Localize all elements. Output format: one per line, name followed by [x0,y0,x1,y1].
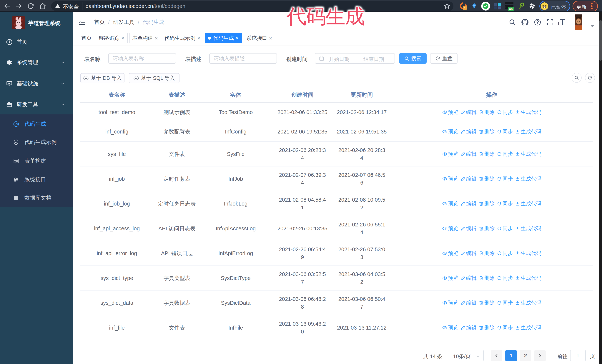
svg-text:on: on [509,7,513,10]
svg-text:1: 1 [464,7,466,10]
